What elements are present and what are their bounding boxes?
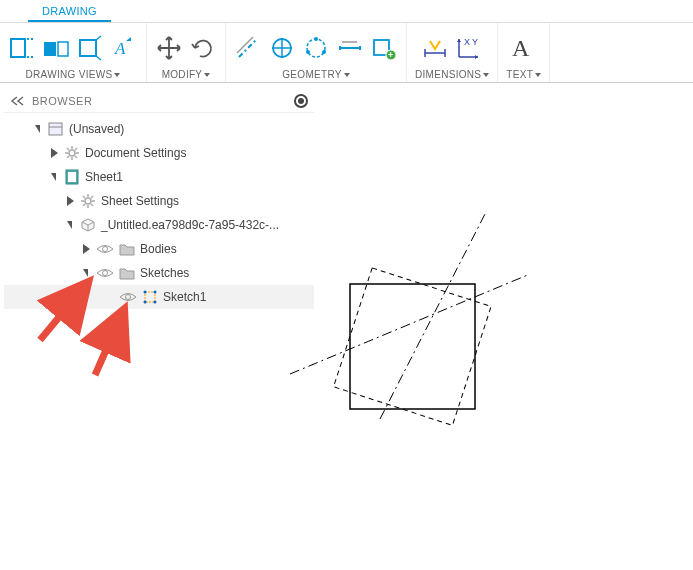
drawing-doc-icon [48, 121, 64, 137]
svg-point-57 [103, 247, 108, 252]
center-pattern-icon[interactable] [302, 34, 330, 62]
browser-toggle-icon[interactable] [294, 94, 308, 108]
component-icon [80, 217, 96, 233]
svg-line-45 [67, 156, 69, 158]
caret-down-icon [535, 73, 541, 77]
base-view-icon[interactable] [8, 34, 36, 62]
tree-root[interactable]: (Unsaved) [4, 117, 314, 141]
rotate-icon[interactable] [189, 34, 217, 62]
svg-line-44 [75, 148, 77, 150]
visibility-eye-icon[interactable] [96, 243, 114, 255]
svg-point-63 [144, 301, 147, 304]
svg-point-15 [306, 50, 310, 54]
svg-rect-4 [58, 42, 68, 56]
tree-doc-settings[interactable]: Document Settings [4, 141, 314, 165]
svg-point-61 [144, 291, 147, 294]
tree-label: Sketches [140, 266, 189, 280]
group-label-geometry[interactable]: GEOMETRY [282, 69, 349, 82]
svg-rect-32 [334, 268, 492, 426]
tree-label: Bodies [140, 242, 177, 256]
gear-icon [80, 193, 96, 209]
svg-rect-35 [49, 123, 62, 135]
svg-text:A: A [512, 35, 530, 61]
caret-down-icon [204, 73, 210, 77]
svg-point-37 [69, 150, 75, 156]
svg-text:A: A [114, 39, 126, 58]
svg-point-59 [126, 295, 131, 300]
svg-point-13 [314, 37, 318, 41]
tab-drawing[interactable]: DRAWING [28, 1, 111, 22]
sheet-icon [64, 169, 80, 185]
svg-line-56 [83, 204, 85, 206]
text-icon[interactable]: A [508, 34, 540, 62]
svg-point-62 [154, 291, 157, 294]
edge-ext-icon[interactable] [336, 34, 364, 62]
tree-bodies[interactable]: Bodies [4, 237, 314, 261]
tab-strip: DRAWING [0, 0, 693, 22]
centerline-icon[interactable] [234, 34, 262, 62]
browser-panel: BROWSER (Unsaved) Document Settings [4, 90, 314, 313]
visibility-eye-icon[interactable] [119, 291, 137, 303]
twisty-closed-icon[interactable] [81, 244, 91, 254]
svg-rect-3 [44, 42, 56, 56]
svg-text:Y: Y [472, 37, 478, 47]
svg-rect-5 [80, 40, 96, 56]
move-icon[interactable] [155, 34, 183, 62]
svg-line-34 [380, 214, 485, 419]
section-view-icon[interactable] [76, 34, 104, 62]
twisty-open-icon[interactable] [65, 220, 75, 230]
svg-point-12 [307, 39, 325, 57]
browser-header: BROWSER [4, 90, 314, 113]
group-label-dimensions[interactable]: DIMENSIONS [415, 69, 489, 82]
group-modify: MODIFY [147, 23, 226, 82]
ordinate-icon[interactable]: XY [455, 34, 483, 62]
svg-line-43 [75, 156, 77, 158]
svg-text:+: + [388, 50, 393, 60]
tree-label: _Untitled.ea798d9c-7a95-432c-... [101, 218, 279, 232]
svg-rect-0 [11, 39, 25, 57]
tree-sketches[interactable]: Sketches [4, 261, 314, 285]
svg-line-42 [67, 148, 69, 150]
tree-sheet[interactable]: Sheet1 [4, 165, 314, 189]
svg-line-33 [290, 274, 530, 374]
tree-sheet-settings[interactable]: Sheet Settings [4, 189, 314, 213]
twisty-open-icon[interactable] [49, 172, 59, 182]
tree-label: Document Settings [85, 146, 186, 160]
ribbon-row: A DRAWING VIEWS MODIFY [0, 22, 693, 82]
svg-line-53 [83, 196, 85, 198]
group-label-text[interactable]: TEXT [506, 69, 541, 82]
sketch-sym-icon[interactable]: + [370, 34, 398, 62]
center-mark-icon[interactable] [268, 34, 296, 62]
svg-line-54 [91, 204, 93, 206]
collapse-browser-icon[interactable] [10, 95, 26, 107]
twisty-closed-icon[interactable] [65, 196, 75, 206]
group-label-modify[interactable]: MODIFY [162, 69, 211, 82]
folder-icon [119, 265, 135, 281]
group-dimensions: XY DIMENSIONS [407, 23, 498, 82]
tree-label: Sheet Settings [101, 194, 179, 208]
dimension-icon[interactable] [421, 34, 449, 62]
detail-view-icon[interactable]: A [110, 34, 138, 62]
twisty-closed-icon[interactable] [49, 148, 59, 158]
tree-label: (Unsaved) [69, 122, 124, 136]
projected-view-icon[interactable] [42, 34, 70, 62]
svg-point-64 [154, 301, 157, 304]
sketch-icon [142, 289, 158, 305]
tree-sketch1[interactable]: Sketch1 [4, 285, 314, 309]
twisty-open-icon[interactable] [81, 268, 91, 278]
ribbon: DRAWING A DRAWING VIEWS [0, 0, 693, 83]
caret-down-icon [483, 73, 489, 77]
tree-untitled[interactable]: _Untitled.ea798d9c-7a95-432c-... [4, 213, 314, 237]
browser-tree: (Unsaved) Document Settings Sheet1 [4, 113, 314, 313]
group-label-views[interactable]: DRAWING VIEWS [26, 69, 121, 82]
caret-down-icon [114, 73, 120, 77]
group-geometry: + GEOMETRY [226, 23, 407, 82]
svg-rect-47 [68, 172, 76, 182]
svg-rect-31 [350, 284, 475, 409]
svg-rect-60 [145, 292, 155, 302]
caret-down-icon [344, 73, 350, 77]
twisty-open-icon[interactable] [33, 124, 43, 134]
svg-point-48 [85, 198, 91, 204]
visibility-eye-icon[interactable] [96, 267, 114, 279]
svg-point-58 [103, 271, 108, 276]
